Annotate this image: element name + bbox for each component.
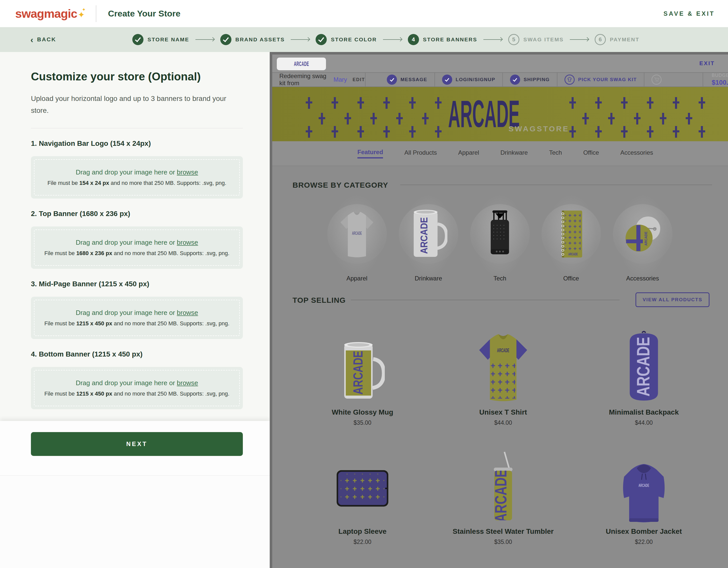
check-circle-icon — [132, 34, 143, 45]
tab-all-products[interactable]: All Products — [404, 149, 437, 158]
next-button[interactable]: NEXT — [31, 432, 243, 456]
category-image-drinkware: ARCADE — [399, 204, 458, 264]
store-preview: ARCADE EXIT Redeeming swag kit from Mary… — [270, 52, 728, 568]
step-brand-assets[interactable]: BRAND ASSETS — [220, 34, 285, 45]
tab-accessories[interactable]: Accessories — [620, 149, 653, 158]
edit-button[interactable]: EDIT — [353, 77, 365, 82]
svg-text:ARCADE: ARCADE — [639, 483, 649, 488]
save-exit-button[interactable]: SAVE & EXIT — [663, 10, 715, 17]
panel-subheading: Upload your horizontal logo and up to 3 … — [31, 92, 241, 116]
svg-text:ARCADE: ARCADE — [633, 337, 653, 396]
section-title-nav-logo: 1. Navigation Bar Logo (154 x 24px) — [31, 139, 243, 147]
category-image-tech — [470, 204, 530, 264]
divider — [400, 184, 712, 185]
step-message[interactable]: MESSAGE — [380, 75, 434, 85]
redeem-info: Redeeming swag kit from Mary EDIT — [272, 72, 365, 87]
arrow-right-icon — [570, 39, 589, 40]
step-login-signup[interactable]: LOGIN/SIGNUP — [435, 75, 502, 85]
product-card-white-glossy-mug[interactable]: ARCADE White Glossy Mug $35.00 — [308, 325, 417, 426]
customize-panel: Customize your store (Optional) Upload y… — [0, 52, 270, 568]
section-title-bottom-banner: 4. Bottom Banner (1215 x 450 px) — [31, 350, 243, 358]
exit-button[interactable]: EXIT — [699, 60, 715, 67]
check-circle-icon — [316, 34, 327, 45]
product-image-hoodie: ARCADE — [589, 454, 698, 523]
cart-icon — [651, 75, 662, 85]
browse-link[interactable]: browse — [177, 238, 198, 246]
check-circle-icon — [387, 75, 397, 85]
arrow-right-icon — [383, 39, 402, 40]
drop-text: Drag and drop your image here or — [76, 379, 175, 387]
back-button[interactable]: ‹ BACK — [30, 36, 56, 43]
browse-link[interactable]: browse — [177, 379, 198, 387]
product-card-unisex-t-shirt[interactable]: ARCADE Unisex T Shirt $44.00 — [449, 325, 558, 426]
product-card-bomber-jacket[interactable]: ARCADE Unisex Bomber Jacket $22.00 — [589, 454, 698, 545]
product-card-minimalist-backpack[interactable]: ARCADE Minimalist Backpack $44.00 — [589, 325, 698, 426]
drop-text: Drag and drop your image here or — [76, 238, 175, 246]
page-title: Create Your Store — [108, 9, 180, 18]
tab-drinkware[interactable]: Drinkware — [500, 149, 528, 158]
app-header: swagmagic ✦ ✦ Create Your Store SAVE & E… — [0, 0, 728, 27]
product-image-mug: ARCADE — [308, 325, 417, 404]
dropzone-nav-logo[interactable]: Drag and drop your image here or browse … — [31, 156, 243, 198]
store-tabs: Featured All Products Apparel Drinkware … — [272, 141, 728, 166]
preview-frame — [270, 52, 272, 568]
step-payment[interactable]: 6 PAYMENT — [595, 34, 640, 45]
banner-plus-cluster — [569, 97, 716, 138]
step-number-badge: 4 — [408, 34, 419, 45]
svg-text:ARCADE: ARCADE — [418, 217, 429, 253]
redeem-name: Mary — [334, 76, 347, 83]
arrow-right-icon — [483, 39, 502, 40]
svg-text:ARCADE: ARCADE — [352, 231, 362, 236]
drop-text: Drag and drop your image here or — [76, 309, 175, 317]
view-all-products-button[interactable]: VIEW ALL PRODUCTS — [635, 293, 709, 307]
product-card-water-tumbler[interactable]: ARCADE Stainless Steel Water Tumbler $35… — [449, 454, 558, 545]
category-image-apparel: ARCADE — [327, 204, 387, 264]
product-image-tshirt: ARCADE — [449, 325, 558, 404]
tab-featured[interactable]: Featured — [357, 149, 383, 158]
check-circle-icon — [220, 34, 231, 45]
panel-bottom-area — [0, 476, 270, 568]
category-card-apparel[interactable]: ARCADE Apparel — [326, 204, 387, 282]
category-card-drinkware[interactable]: ARCADE Drinkware — [398, 204, 459, 282]
section-title-top-banner: 2. Top Banner (1680 x 236 px) — [31, 210, 243, 218]
step-shipping[interactable]: SHIPPING — [503, 75, 557, 85]
budget-display: BUDGET $100.00 — [703, 73, 728, 86]
product-image-backpack: ARCADE — [589, 325, 698, 404]
category-card-tech[interactable]: Tech — [469, 204, 530, 282]
product-card-laptop-sleeve[interactable]: Laptop Sleeve $22.00 — [308, 454, 417, 545]
check-circle-icon — [510, 75, 520, 85]
redeem-bar: Redeeming swag kit from Mary EDIT MESSAG… — [272, 72, 728, 87]
back-chevron-icon: ‹ — [30, 37, 34, 42]
browse-link[interactable]: browse — [177, 309, 198, 317]
step-swag-items[interactable]: 5 SWAG ITEMS — [508, 34, 564, 45]
product-image-tumbler: ARCADE — [449, 454, 558, 523]
step-store-name[interactable]: STORE NAME — [132, 34, 189, 45]
store-logo-pill: ARCADE — [277, 58, 326, 70]
svg-text:ARCADE: ARCADE — [568, 252, 578, 256]
dropzone-mid-banner[interactable]: Drag and drop your image here or browse … — [31, 297, 243, 339]
divider — [31, 128, 243, 128]
top-selling-heading: TOP SELLING — [293, 296, 346, 305]
preview-navbar: ARCADE EXIT — [272, 54, 728, 72]
category-image-office: ARCADE — [541, 204, 601, 264]
step-store-banners[interactable]: 4 STORE BANNERS — [408, 34, 477, 45]
progress-bar: ‹ BACK STORE NAME BRAND ASSETS STORE COL… — [0, 27, 728, 52]
progress-steps: STORE NAME BRAND ASSETS STORE COLOR 4 ST… — [132, 34, 640, 45]
category-card-office[interactable]: ARCADE Office — [541, 204, 602, 282]
category-card-accessories[interactable]: ARCADE Accessories — [612, 204, 673, 282]
step-checkout[interactable]: CHECKOUT — [644, 75, 703, 85]
check-circle-icon — [442, 75, 452, 85]
dropzone-top-banner[interactable]: Drag and drop your image here or browse … — [31, 226, 243, 269]
tab-tech[interactable]: Tech — [549, 149, 562, 158]
page: swagmagic ✦ ✦ Create Your Store SAVE & E… — [0, 0, 728, 568]
checkout-steps: MESSAGE LOGIN/SIGNUP SHIPPING PI — [380, 73, 703, 86]
step-pick-swag-kit[interactable]: PICK YOUR SWAG KIT — [557, 75, 644, 85]
tab-apparel[interactable]: Apparel — [458, 149, 479, 158]
dropzone-bottom-banner[interactable]: Drag and drop your image here or browse … — [31, 367, 243, 409]
store-content: BROWSE BY CATEGORY ARCADE Apparel — [272, 166, 728, 568]
browse-link[interactable]: browse — [177, 168, 198, 176]
step-store-color[interactable]: STORE COLOR — [316, 34, 377, 45]
svg-text:ARCADE: ARCADE — [497, 347, 509, 354]
tab-office[interactable]: Office — [583, 149, 599, 158]
product-image-laptop-sleeve — [308, 454, 417, 523]
